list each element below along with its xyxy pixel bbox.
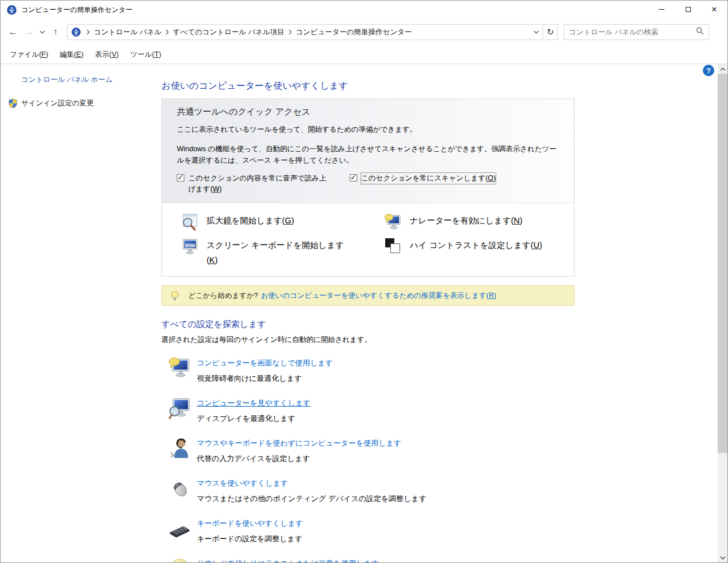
checkbox-always-scan[interactable]: ✓ このセクションを常にスキャンします(O) (350, 173, 496, 195)
display-magnifier-icon (168, 397, 191, 420)
high-contrast-icon (383, 237, 402, 256)
use-computer-without-mouse-keyboard-link[interactable]: マウスやキーボードを使わずにコンピューターを使用します (197, 438, 401, 448)
list-item-make-mouse-easier: マウスを使いやすくします マウスまたはその他のポインティング デバイスの設定を調… (168, 477, 575, 504)
scroll-up-arrow[interactable] (718, 64, 727, 74)
ease-of-access-center-window: コンピューターの簡単操作センター ✕ ← → ↑ (0, 0, 728, 563)
list-item-make-computer-easier-to-see: コンピューターを見やすくします ディスプレイを最適化します (168, 397, 575, 424)
narrator-monitor-icon (168, 357, 191, 380)
checkmark-icon: ✓ (350, 173, 357, 182)
sidebar-item-label: サインイン設定の変更 (21, 99, 94, 108)
close-button[interactable]: ✕ (701, 1, 727, 18)
quick-access-panel: 共通ツールへのクイック アクセス ここに表示されているツールを使って、開始するた… (161, 99, 575, 277)
up-button[interactable]: ↑ (48, 24, 64, 40)
navigation-bar: ← → ↑ コントロール パネル すべてのコントロール パネル項目 (1, 19, 727, 45)
item-description: マウスまたはその他のポインティング デバイスの設定を調整します (197, 494, 426, 504)
refresh-button[interactable]: ↻ (543, 25, 557, 40)
menu-tools[interactable]: ツール(T) (125, 50, 167, 60)
checkbox-always-scan-label: このセクションを常にスキャンします(O) (361, 173, 496, 184)
back-button[interactable]: ← (5, 24, 21, 40)
minimize-icon (659, 9, 664, 10)
menu-view[interactable]: 表示(V) (89, 50, 125, 60)
scrollbar-thumb[interactable] (718, 74, 727, 453)
titlebar: コンピューターの簡単操作センター ✕ (1, 1, 727, 19)
chevron-right-icon (86, 29, 90, 35)
vertical-scrollbar[interactable] (718, 64, 727, 562)
narrator-icon (383, 212, 402, 231)
show-recommendations-link[interactable]: お使いのコンピューターを使いやすくするための推奨案を表示します(R) (261, 291, 496, 301)
list-item-use-without-mouse-keyboard: マウスやキーボードを使わずにコンピューターを使用します 代替の入力デバイスを設定… (168, 437, 575, 464)
search-icon[interactable] (696, 27, 704, 37)
tool-link-label: スクリーン キーボードを開始します(K) (207, 238, 351, 269)
explore-settings-heading: すべての設定を探索します (161, 319, 575, 330)
start-on-screen-keyboard-link[interactable]: スクリーン キーボードを開始します(K) (180, 237, 383, 269)
item-description: キーボードの設定を調整します (197, 534, 303, 544)
make-computer-easier-to-see-link[interactable]: コンピューターを見やすくします (197, 398, 311, 408)
window-title: コンピューターの簡単操作センター (21, 5, 133, 15)
sidebar-item-change-signin-settings[interactable]: サインイン設定の変更 (8, 99, 94, 108)
person-headset-icon (168, 437, 191, 460)
make-keyboard-easier-link[interactable]: キーボードを使いやすくします (197, 518, 303, 529)
menu-bar: ファイル(F) 編集(E) 表示(V) ツール(T) (1, 45, 727, 64)
on-screen-keyboard-icon (180, 237, 199, 256)
chevron-right-icon (288, 29, 292, 35)
recommendations-tip-bar: どこから始めますか? お使いのコンピューターを使いやすくするための推奨案を表示し… (161, 285, 575, 306)
magnifier-icon (180, 212, 199, 231)
quick-access-tools: 拡大鏡を開始します(G) (162, 203, 574, 277)
list-item-use-without-display: コンピューターを画面なしで使用します 視覚障碍者向けに最適化します (168, 357, 575, 384)
quick-access-intro: ここに表示されているツールを使って、開始するための準備ができます。 (177, 125, 563, 135)
search-box[interactable] (564, 24, 709, 40)
recent-pages-dropdown[interactable] (37, 30, 48, 34)
menu-edit[interactable]: 編集(E) (54, 50, 89, 60)
list-item-use-text-or-visual-alternatives: サウンドの代わりにテキストまたは画像を使用します サウンドの代替を設定します (168, 557, 575, 562)
speech-bubble-icon (168, 557, 191, 562)
page-title: お使いのコンピューターを使いやすくします (161, 80, 575, 92)
sidebar: コントロール パネル ホーム サインイン設定の変更 (1, 64, 161, 562)
mouse-icon (168, 477, 191, 500)
maximize-icon (686, 7, 691, 12)
sidebar-item-control-panel-home[interactable]: コントロール パネル ホーム (21, 75, 113, 85)
maximize-button[interactable] (675, 1, 701, 18)
make-mouse-easier-link[interactable]: マウスを使いやすくします (197, 478, 426, 489)
tool-link-label: ナレーターを有効にします(N) (410, 213, 523, 229)
search-input[interactable] (569, 28, 694, 36)
help-button[interactable]: ? (703, 65, 714, 76)
turn-on-narrator-link[interactable]: ナレーターを有効にします(N) (383, 212, 568, 231)
tip-question: どこから始めますか? (188, 291, 258, 301)
breadcrumb-all-items[interactable]: すべてのコントロール パネル項目 (173, 27, 284, 37)
menu-file[interactable]: ファイル(F) (4, 50, 54, 60)
checkbox-icon[interactable]: ✓ (177, 174, 184, 182)
quick-access-checkboxes: ✓ このセクションの内容を常に音声で読み上げます(W) ✓ このセクションを常に… (177, 173, 563, 195)
address-bar[interactable]: コントロール パネル すべてのコントロール パネル項目 コンピューターの簡単操作… (67, 24, 558, 40)
start-magnifier-link[interactable]: 拡大鏡を開始します(G) (180, 212, 383, 231)
forward-button[interactable]: → (21, 24, 37, 40)
tool-link-label: ハイ コントラストを設定します(U) (410, 238, 542, 253)
set-up-high-contrast-link[interactable]: ハイ コントラストを設定します(U) (383, 237, 568, 269)
use-text-or-visual-alternatives-link[interactable]: サウンドの代わりにテキストまたは画像を使用します (197, 558, 379, 562)
use-computer-without-display-link[interactable]: コンピューターを画面なしで使用します (197, 358, 333, 368)
minimize-button[interactable] (648, 1, 675, 18)
uac-shield-icon (8, 99, 18, 108)
breadcrumb-control-panel[interactable]: コントロール パネル (94, 27, 161, 37)
tool-link-label: 拡大鏡を開始します(G) (207, 213, 294, 229)
checkbox-read-aloud[interactable]: ✓ このセクションの内容を常に音声で読み上げます(W) (177, 173, 350, 195)
explore-settings-list: コンピューターを画面なしで使用します 視覚障碍者向けに最適化します (168, 357, 575, 562)
list-item-make-keyboard-easier: キーボードを使いやすくします キーボードの設定を調整します (168, 517, 575, 544)
main-content: お使いのコンピューターを使いやすくします 共通ツールへのクイック アクセス ここ… (161, 64, 575, 562)
checkbox-read-aloud-label: このセクションの内容を常に音声で読み上げます(W) (188, 173, 333, 195)
explore-settings-subtitle: 選択された設定は毎回のサインイン時に自動的に開始されます。 (161, 335, 575, 345)
ease-of-access-icon (7, 5, 17, 15)
quick-access-header: 共通ツールへのクイック アクセス ここに表示されているツールを使って、開始するた… (162, 99, 574, 203)
scroll-down-arrow[interactable] (718, 553, 727, 562)
quick-access-scan-hint: Windows の機能を使って、自動的にこの一覧を読み上げさせてスキャンさせるこ… (177, 143, 563, 166)
ease-of-access-icon (72, 27, 81, 37)
address-dropdown[interactable] (530, 25, 543, 40)
checkbox-icon[interactable]: ✓ (350, 174, 357, 182)
breadcrumb-ease-of-access-center[interactable]: コンピューターの簡単操作センター (296, 27, 412, 37)
lightbulb-icon (169, 290, 180, 301)
keyboard-icon (168, 517, 191, 540)
checkmark-icon: ✓ (177, 173, 184, 182)
quick-access-heading: 共通ツールへのクイック アクセス (177, 107, 563, 117)
item-description: ディスプレイを最適化します (197, 414, 311, 424)
item-description: 視覚障碍者向けに最適化します (197, 373, 333, 384)
chevron-right-icon (165, 29, 169, 35)
